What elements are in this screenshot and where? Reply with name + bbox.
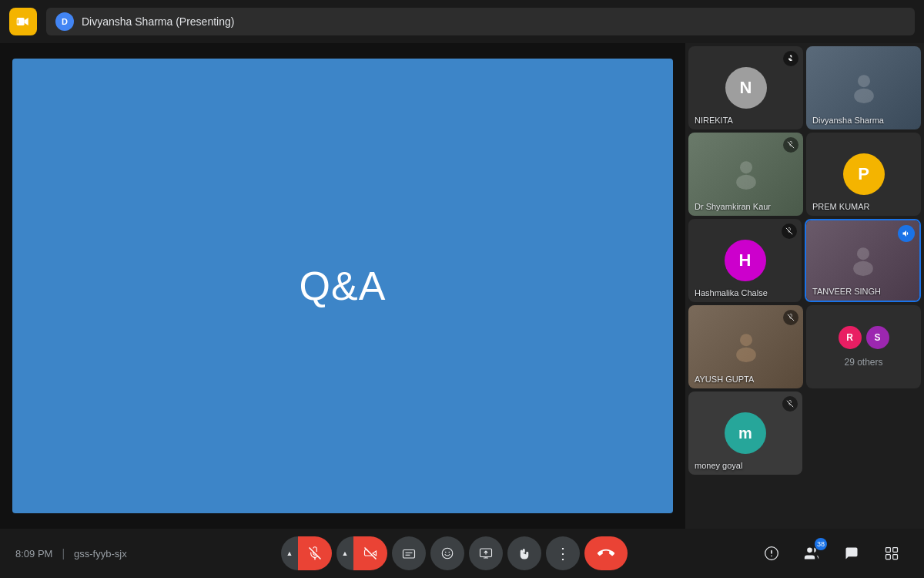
participant-name-shyam: Dr Shyamkiran Kaur: [695, 202, 771, 211]
slide-container: Q&A: [12, 59, 673, 513]
participant-tile-ayush[interactable]: AYUSH GUPTA: [688, 305, 803, 388]
controls-center: ▲ ▲: [281, 536, 628, 570]
participant-tile-prem[interactable]: P PREM KUMAR: [806, 133, 921, 216]
main-content: Q&A N NIREKITA: [0, 43, 924, 529]
svg-point-6: [736, 175, 756, 190]
mute-icon-ayush: [783, 310, 798, 325]
participant-name-ayush: AYUSH GUPTA: [695, 375, 754, 384]
camera-off-btn[interactable]: [353, 536, 387, 570]
svg-line-10: [788, 314, 794, 321]
participant-row-2: Dr Shyamkiran Kaur P PREM KUMAR: [688, 133, 921, 216]
participant-tile-tanveer[interactable]: TANVEER SINGH: [805, 219, 921, 302]
participant-tile-nirekita[interactable]: N NIREKITA: [688, 46, 803, 129]
avatar-nirekita: N: [725, 67, 767, 109]
svg-rect-27: [886, 555, 891, 560]
bottom-right: 38: [755, 536, 909, 570]
bottom-left: 8:09 PM | gss-fyyb-sjx: [15, 547, 154, 560]
participants-sidebar: N NIREKITA Divyansha Sharma: [685, 43, 924, 529]
svg-point-8: [857, 247, 869, 260]
svg-point-20: [442, 548, 453, 559]
info-btn[interactable]: [755, 536, 788, 570]
svg-line-13: [787, 401, 793, 407]
presenter-name: Divyansha Sharma (Presenting): [82, 15, 234, 28]
participant-row-1: N NIREKITA Divyansha Sharma: [688, 46, 921, 129]
presentation-area: Q&A: [0, 43, 685, 529]
meeting-code: gss-fyyb-sjx: [74, 548, 127, 560]
svg-point-2: [858, 75, 870, 87]
participant-name-hashmalika: Hashmalika Chalse: [695, 288, 768, 297]
svg-rect-17: [403, 550, 415, 559]
camera-group: ▲: [336, 536, 387, 570]
mute-icon-hashmalika: [782, 223, 797, 239]
participant-row-4: AYUSH GUPTA R S 29 others: [688, 305, 921, 388]
raise-hand-btn[interactable]: [507, 536, 541, 570]
svg-point-21: [445, 552, 447, 553]
participant-name-tanveer: TANVEER SINGH: [812, 287, 881, 296]
participant-name-divyansha: Divyansha Sharma: [812, 116, 884, 125]
mute-icon-nirekita: [783, 51, 798, 66]
chat-btn[interactable]: [835, 536, 869, 570]
participant-tile-shyam[interactable]: Dr Shyamkiran Kaur: [688, 133, 803, 216]
present-btn[interactable]: [469, 536, 503, 570]
svg-point-22: [449, 552, 450, 553]
svg-rect-26: [893, 548, 898, 553]
svg-line-7: [786, 228, 792, 234]
slide-text: Q&A: [300, 263, 387, 309]
svg-point-5: [740, 161, 752, 173]
people-badge: 38: [815, 538, 827, 550]
svg-point-11: [740, 334, 752, 346]
presenter-avatar: D: [55, 12, 74, 31]
presenter-bar: D Divyansha Sharma (Presenting): [46, 8, 915, 35]
avatar-prem: P: [843, 153, 885, 195]
more-dots: ⋮: [555, 544, 571, 563]
captions-btn[interactable]: [392, 536, 426, 570]
mic-group: ▲: [281, 536, 332, 570]
bottom-bar: 8:09 PM | gss-fyyb-sjx ▲ ▲: [0, 529, 924, 578]
avatar-money: m: [725, 412, 766, 454]
top-bar: D Divyansha Sharma (Presenting): [0, 0, 924, 43]
mute-icon-money: [782, 396, 798, 412]
participant-row-3: H Hashmalika Chalse TANVEER SINGH: [688, 219, 921, 302]
others-count-label: 29 others: [844, 357, 882, 368]
participant-tile-hashmalika[interactable]: H Hashmalika Chalse: [688, 219, 802, 302]
meeting-time: 8:09 PM: [15, 548, 52, 560]
participant-row-5: m money goyal: [688, 391, 921, 475]
svg-line-4: [788, 142, 794, 148]
mute-icon-shyam: [783, 137, 798, 153]
end-call-btn[interactable]: [584, 536, 628, 570]
svg-line-16: [365, 548, 377, 560]
participant-tile-divyansha[interactable]: Divyansha Sharma: [806, 46, 921, 129]
mic-arrow-btn[interactable]: ▲: [281, 536, 298, 570]
others-avatar-r: R: [839, 326, 862, 349]
people-btn[interactable]: 38: [795, 536, 829, 570]
others-content: R S 29 others: [839, 326, 889, 368]
others-avatar-s: S: [866, 326, 889, 349]
speaker-icon-tanveer: [898, 225, 915, 242]
participant-name-money: money goyal: [695, 461, 742, 470]
emoji-btn[interactable]: [430, 536, 464, 570]
svg-rect-28: [893, 555, 898, 560]
more-options-btn[interactable]: ⋮: [546, 536, 580, 570]
participant-name-nirekita: NIREKITA: [695, 116, 733, 125]
svg-rect-25: [886, 548, 891, 553]
activities-btn[interactable]: [875, 536, 909, 570]
others-avatars: R S: [839, 326, 889, 349]
svg-point-9: [853, 261, 873, 276]
meeting-divider: |: [62, 547, 65, 560]
camera-arrow-btn[interactable]: ▲: [336, 536, 353, 570]
participant-tile-others[interactable]: R S 29 others: [806, 305, 921, 388]
avatar-hashmalika: H: [725, 240, 766, 281]
svg-point-12: [736, 348, 756, 362]
meet-logo: [9, 8, 37, 35]
participant-tile-money[interactable]: m money goyal: [688, 391, 802, 475]
mic-mute-btn[interactable]: [298, 536, 332, 570]
participant-name-prem: PREM KUMAR: [812, 202, 870, 211]
svg-point-3: [854, 89, 874, 103]
